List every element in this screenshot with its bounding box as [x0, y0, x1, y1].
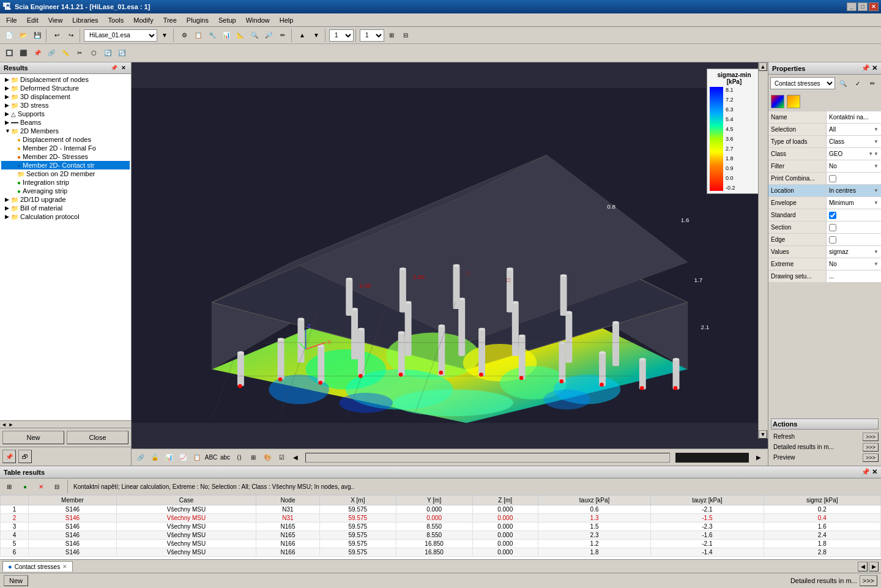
tree-item-member-2d-internal[interactable]: ● Member 2D - Internal Fo — [1, 144, 130, 152]
tb2-icon-6[interactable]: ✂ — [73, 47, 86, 60]
tb2-icon-4[interactable]: 🔗 — [45, 47, 58, 60]
open-file-button[interactable]: 📂 — [17, 29, 30, 42]
detailed-results-btn[interactable]: >>> — [860, 575, 877, 586]
tree-item-disp-nodes-2d[interactable]: ● Displacement of nodes — [1, 135, 130, 144]
tree-item-deformed-structure[interactable]: ▶ 📁 Deformed Structure — [1, 84, 130, 92]
vp-icon-10[interactable]: 🎨 — [261, 451, 274, 464]
viewport-slider[interactable] — [675, 453, 749, 463]
tb-icon-12[interactable]: ⊟ — [399, 29, 412, 42]
tree-item-3d-stress[interactable]: ▶ 📁 3D stress — [1, 101, 130, 110]
tab-close-button[interactable]: ✕ — [62, 564, 67, 570]
prop-value-class[interactable]: GEO ▼ ▼ — [827, 148, 881, 160]
pin-icon-button[interactable]: 📌 — [2, 450, 16, 463]
combo-dropdown-button[interactable]: ▼ — [158, 29, 171, 42]
prop-value-print-combina[interactable] — [827, 173, 881, 184]
color-icon-1[interactable] — [771, 95, 784, 108]
tree-item-3d-displacement[interactable]: ▶ 📁 3D displacement — [1, 92, 130, 101]
tb2-icon-9[interactable]: 🔃 — [115, 47, 128, 60]
tree-item-supports[interactable]: ▶ △ Supports — [1, 110, 130, 118]
tb-icon-4[interactable]: 📊 — [220, 29, 233, 42]
vp-icon-1[interactable]: 🔗 — [134, 451, 147, 464]
tree-item-averaging-strip[interactable]: ● Averaging strip — [1, 187, 130, 195]
vp-icon-6[interactable]: ABC — [204, 451, 218, 464]
menu-tree[interactable]: Tree — [158, 15, 182, 25]
tree-item-2d-members[interactable]: ▼ 📁 2D Members — [1, 127, 130, 135]
prop-value-filter[interactable]: No ▼ — [827, 160, 881, 172]
tab-contact-stresses[interactable]: ● Contact stresses ✕ — [2, 561, 73, 571]
tb2-icon-2[interactable]: ⬛ — [17, 47, 30, 60]
properties-type-combo[interactable]: Contact stresses — [770, 77, 835, 89]
tb-icon-1[interactable]: ⚙ — [177, 29, 191, 42]
vp-icon-5[interactable]: 📋 — [190, 451, 204, 464]
tb-icon-2[interactable]: 📋 — [191, 29, 205, 42]
tree-item-bill-of-material[interactable]: ▶ 📁 Bill of material — [1, 204, 130, 212]
tab-prev-button[interactable]: ◀ — [858, 562, 868, 571]
vp-icon-3[interactable]: 📊 — [162, 451, 176, 464]
new-file-button[interactable]: 📄 — [2, 29, 16, 42]
props-close-button[interactable]: ✕ — [872, 64, 877, 72]
tb-icon-10[interactable]: ▼ — [310, 29, 323, 42]
new-button[interactable]: New — [2, 431, 64, 444]
tree-item-section-2d[interactable]: 📁 Section on 2D member — [1, 169, 130, 178]
menu-edit[interactable]: Edit — [22, 15, 43, 25]
scroll-down-button[interactable]: ▼ — [759, 430, 767, 439]
prop-value-values[interactable]: sigmaz ▼ — [827, 246, 881, 258]
standard-checkbox[interactable] — [829, 212, 836, 219]
table-close-button[interactable]: ✕ — [872, 468, 877, 475]
file-combo[interactable]: HiLase_01.esa — [84, 29, 157, 42]
vp-icon-12[interactable]: ◀ — [289, 451, 302, 464]
results-horizontal-scroll[interactable]: ◄ ► — [0, 420, 131, 428]
close-button[interactable]: ✕ — [869, 2, 879, 11]
tree-item-integration-strip[interactable]: ● Integration strip — [1, 178, 130, 187]
vp-icon-8[interactable]: ⟨⟩ — [232, 451, 246, 464]
save-file-button[interactable]: 💾 — [31, 29, 44, 42]
menu-file[interactable]: File — [1, 15, 22, 25]
tb-icon-5[interactable]: 📐 — [234, 29, 247, 42]
vp-icon-7[interactable]: abc — [218, 451, 232, 464]
undo-button[interactable]: ↩ — [50, 29, 64, 42]
menu-help[interactable]: Help — [275, 15, 299, 25]
vp-icon-2[interactable]: 🔓 — [148, 451, 162, 464]
menu-libraries[interactable]: Libraries — [67, 15, 103, 25]
table-content[interactable]: Member Case Node X [m] Y [m] Z [m] tauxz… — [0, 495, 881, 559]
tb2-icon-3[interactable]: 📌 — [31, 47, 44, 60]
prop-value-section[interactable] — [827, 221, 881, 233]
tree-item-displacement-nodes[interactable]: ▶ 📁 Displacement of nodes — [1, 75, 130, 84]
viewport-3d[interactable]: 2.30 2.60 □ □ 0.8 1.6 1.7 2.1 X Y — [132, 62, 768, 448]
table-new-button[interactable]: New — [4, 575, 28, 586]
prop-value-envelope[interactable]: Minimum ▼ — [827, 197, 881, 209]
menu-window[interactable]: Window — [241, 15, 275, 25]
vp-icon-13[interactable]: ▶ — [752, 451, 765, 464]
props-icon-1[interactable]: 🔍 — [836, 76, 850, 90]
scroll-up-button[interactable]: ▲ — [759, 62, 767, 71]
table-tb-icon-4[interactable]: ⊟ — [50, 480, 64, 493]
props-icon-2[interactable]: ✓ — [851, 76, 864, 90]
tb2-icon-8[interactable]: 🔄 — [101, 47, 114, 60]
menu-view[interactable]: View — [43, 15, 68, 25]
viewport-hscroll-track[interactable] — [305, 453, 670, 463]
refresh-button[interactable]: >>> — [863, 433, 879, 441]
table-tb-icon-1[interactable]: ⊞ — [2, 480, 16, 493]
menu-tools[interactable]: Tools — [103, 15, 129, 25]
tree-item-2d-1d-upgrade[interactable]: ▶ 📁 2D/1D upgrade — [1, 195, 130, 204]
tab-next-button[interactable]: ▶ — [869, 562, 879, 571]
menu-plugins[interactable]: Plugins — [182, 15, 214, 25]
tb-icon-3[interactable]: 🔧 — [206, 29, 219, 42]
maximize-button[interactable]: □ — [858, 2, 868, 11]
menu-setup[interactable]: Setup — [214, 15, 241, 25]
table-tb-icon-3[interactable]: ✕ — [34, 480, 48, 493]
vp-icon-11[interactable]: ☑ — [275, 451, 288, 464]
table-tb-icon-2[interactable]: ● — [18, 480, 32, 493]
close-button[interactable]: Close — [67, 431, 128, 444]
prop-value-extreme[interactable]: No ▼ — [827, 258, 881, 270]
vp-icon-9[interactable]: ⊞ — [247, 451, 260, 464]
redo-button[interactable]: ↪ — [64, 29, 78, 42]
prop-value-location[interactable]: In centres ▼ — [827, 185, 881, 196]
zoom-combo-1[interactable]: 1 — [329, 29, 354, 42]
tb2-icon-7[interactable]: ⬡ — [87, 47, 100, 60]
tb-icon-7[interactable]: 🔎 — [262, 29, 275, 42]
zoom-combo-2[interactable]: 1 — [360, 29, 384, 42]
prop-value-type-loads[interactable]: Class ▼ — [827, 136, 881, 147]
vp-icon-4[interactable]: 📈 — [176, 451, 190, 464]
table-pin-button[interactable]: 📌 — [861, 468, 870, 475]
